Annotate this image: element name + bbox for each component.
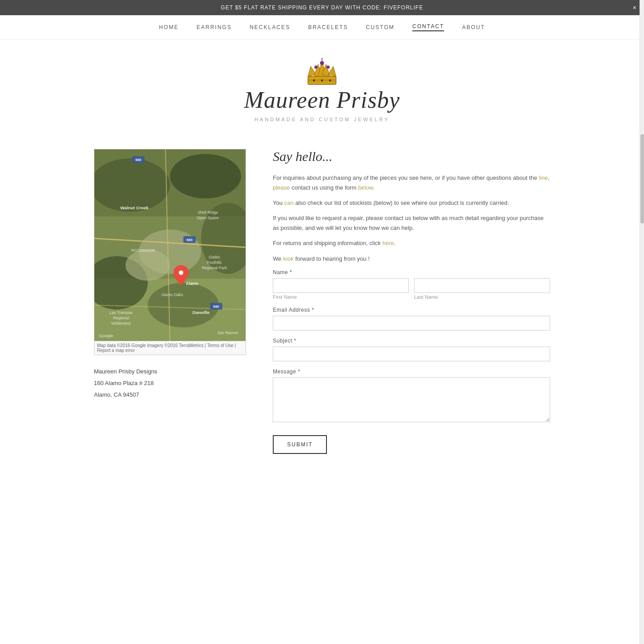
submit-button[interactable]: SUBMIT — [273, 435, 327, 454]
right-column: Say hello... For inquiries about purchas… — [273, 149, 550, 454]
svg-text:680: 680 — [213, 305, 220, 309]
first-name-col: First Name — [273, 278, 409, 300]
message-label: Message * — [273, 369, 550, 375]
main-navigation: HOME EARRINGS NECKLACES BRACELETS CUSTOM… — [0, 15, 644, 40]
contact-para3: If you would like to request a repair, p… — [273, 213, 550, 233]
main-content: 680 680 680 Walnut Creek Shell Ridge Ope… — [76, 149, 568, 454]
logo-area: Maureen Prisby HANDMADE AND CUSTOM JEWEL… — [0, 40, 644, 131]
nav-earrings[interactable]: EARRINGS — [197, 24, 232, 30]
svg-text:Danville: Danville — [193, 310, 210, 315]
svg-text:680: 680 — [136, 158, 142, 162]
address-line2: 160 Alamo Plaza # 218 — [94, 377, 246, 389]
first-name-input[interactable] — [273, 278, 409, 293]
announcement-text: GET $5 FLAT RATE SHIPPING EVERY DAY WITH… — [221, 4, 423, 11]
announcement-bar: GET $5 FLAT RATE SHIPPING EVERY DAY WITH… — [0, 0, 644, 15]
scrollbar[interactable] — [640, 0, 644, 472]
contact-para5: We look forward to hearing from you ! — [273, 254, 550, 264]
svg-point-10 — [320, 61, 324, 65]
last-name-input[interactable] — [414, 278, 550, 293]
svg-text:680: 680 — [186, 238, 193, 242]
svg-text:Diablo: Diablo — [209, 255, 220, 259]
svg-marker-14 — [321, 58, 323, 59]
svg-point-25 — [126, 250, 170, 281]
svg-text:ROSSMOOR: ROSSMOOR — [131, 248, 156, 253]
nav-necklaces[interactable]: NECKLACES — [250, 24, 290, 30]
address-block: Maureen Prisby Designs 160 Alamo Plaza #… — [94, 366, 246, 401]
svg-text:Shell Ridge: Shell Ridge — [198, 210, 218, 215]
subject-label: Subject * — [273, 338, 550, 344]
nav-bracelets[interactable]: BRACELETS — [308, 24, 348, 30]
email-field-group: Email Address * — [273, 307, 550, 330]
svg-point-49 — [179, 271, 183, 275]
brand-name: Maureen Prisby — [9, 87, 635, 113]
svg-text:Alamo Oaks: Alamo Oaks — [161, 292, 183, 297]
svg-text:Open Space: Open Space — [197, 216, 219, 220]
look-link: look — [283, 255, 294, 262]
email-label: Email Address * — [273, 307, 550, 313]
svg-text:Regional: Regional — [113, 316, 129, 320]
scrollbar-thumb[interactable] — [640, 134, 644, 224]
nav-custom[interactable]: CUSTOM — [366, 24, 394, 30]
svg-text:Walnut Creek: Walnut Creek — [120, 205, 149, 210]
svg-point-20 — [170, 154, 241, 198]
nav-about[interactable]: ABOUT — [462, 24, 485, 30]
below-link1: below — [358, 184, 373, 191]
subject-input[interactable] — [273, 347, 550, 361]
here-link[interactable]: here — [382, 240, 394, 246]
last-name-label: Last Name — [414, 294, 550, 300]
svg-point-11 — [314, 65, 318, 68]
map-footer: Map data ©2016 Google Imagery ©2016 Terr… — [94, 341, 246, 355]
close-announcement-button[interactable]: × — [633, 4, 637, 11]
last-name-col: Last Name — [414, 278, 550, 300]
name-label: Name * — [273, 269, 550, 275]
contact-para2: You can also check our list of stockists… — [273, 198, 550, 208]
svg-text:Las Trampas: Las Trampas — [110, 310, 133, 315]
address-line3: Alamo, CA 94507 — [94, 389, 246, 401]
svg-point-12 — [326, 65, 330, 68]
map-container: 680 680 680 Walnut Creek Shell Ridge Ope… — [94, 149, 246, 341]
svg-text:Foothills: Foothills — [207, 260, 222, 265]
svg-text:Regional Park: Regional Park — [202, 266, 227, 270]
message-textarea[interactable] — [273, 377, 550, 422]
nav-home[interactable]: HOME — [159, 24, 179, 30]
name-field-group: Name * First Name Last Name — [273, 269, 550, 300]
crown-icon — [302, 58, 342, 89]
nav-contact[interactable]: CONTACT — [412, 23, 444, 31]
please-link: please — [273, 184, 290, 191]
say-hello-heading: Say hello... — [273, 149, 550, 164]
svg-text:Alamo: Alamo — [186, 281, 199, 286]
address-line1: Maureen Prisby Designs — [94, 366, 246, 377]
you-can-link: can — [284, 199, 294, 206]
map-image: 680 680 680 Walnut Creek Shell Ridge Ope… — [94, 149, 246, 341]
name-row: First Name Last Name — [273, 278, 550, 300]
svg-point-2 — [313, 80, 315, 82]
contact-para4: For returns and shipping information, cl… — [273, 238, 550, 248]
first-name-label: First Name — [273, 294, 409, 300]
svg-point-3 — [321, 80, 323, 82]
message-field-group: Message * — [273, 369, 550, 424]
subject-field-group: Subject * — [273, 338, 550, 361]
svg-text:Wilderness: Wilderness — [111, 321, 131, 326]
svg-text:San Ramon: San Ramon — [217, 330, 238, 335]
svg-point-23 — [148, 283, 219, 327]
line-link: line — [539, 174, 548, 181]
contact-form: Name * First Name Last Name Email Addres… — [273, 269, 550, 454]
left-column: 680 680 680 Walnut Creek Shell Ridge Ope… — [94, 149, 246, 454]
svg-text:Google: Google — [99, 333, 114, 338]
contact-para1: For inquiries about purchasing any of th… — [273, 173, 550, 193]
email-input[interactable] — [273, 316, 550, 330]
tagline: HANDMADE AND CUSTOM JEWELRY — [9, 117, 635, 122]
svg-point-4 — [329, 80, 331, 82]
